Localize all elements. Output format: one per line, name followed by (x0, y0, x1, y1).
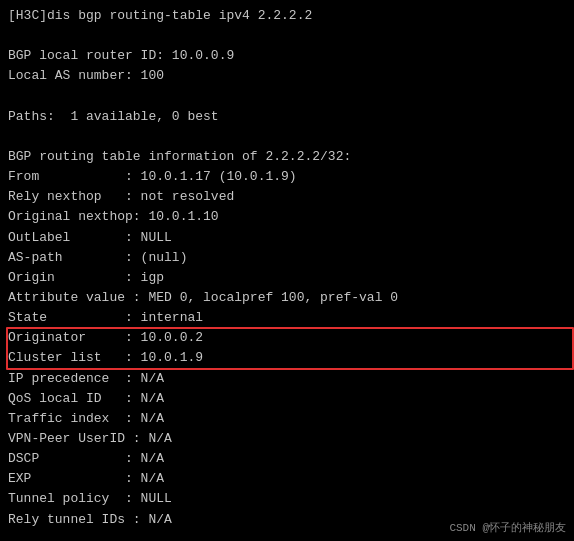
terminal-line (8, 87, 566, 107)
terminal-line: VPN-Peer UserID : N/A (8, 429, 566, 449)
terminal-line: Traffic index : N/A (8, 409, 566, 429)
terminal-line: BGP local router ID: 10.0.0.9 (8, 46, 566, 66)
terminal-line: Paths: 1 available, 0 best (8, 107, 566, 127)
terminal-line (8, 26, 566, 46)
terminal-line: BGP routing table information of 2.2.2.2… (8, 147, 566, 167)
terminal-line (8, 127, 566, 147)
watermark: CSDN @怀子的神秘朋友 (449, 520, 566, 535)
terminal-line: [H3C]dis bgp routing-table ipv4 2.2.2.2 (8, 6, 566, 26)
terminal-line: Cluster list : 10.0.1.9 (8, 348, 566, 368)
terminal-line: Local AS number: 100 (8, 66, 566, 86)
terminal-line: EXP : N/A (8, 469, 566, 489)
terminal-line: OutLabel : NULL (8, 228, 566, 248)
terminal-line: Original nexthop: 10.0.1.10 (8, 207, 566, 227)
terminal-line: DSCP : N/A (8, 449, 566, 469)
terminal-line: Originator : 10.0.0.2 (8, 328, 566, 348)
terminal-line: QoS local ID : N/A (8, 389, 566, 409)
terminal-line: Rely nexthop : not resolved (8, 187, 566, 207)
terminal-window: [H3C]dis bgp routing-table ipv4 2.2.2.2B… (0, 0, 574, 541)
terminal-line: From : 10.0.1.17 (10.0.1.9) (8, 167, 566, 187)
terminal-line: Attribute value : MED 0, localpref 100, … (8, 288, 566, 308)
terminal-line: Origin : igp (8, 268, 566, 288)
terminal-line: State : internal (8, 308, 566, 328)
terminal-content: [H3C]dis bgp routing-table ipv4 2.2.2.2B… (8, 6, 566, 530)
terminal-line: IP precedence : N/A (8, 369, 566, 389)
terminal-line: AS-path : (null) (8, 248, 566, 268)
terminal-line: Tunnel policy : NULL (8, 489, 566, 509)
